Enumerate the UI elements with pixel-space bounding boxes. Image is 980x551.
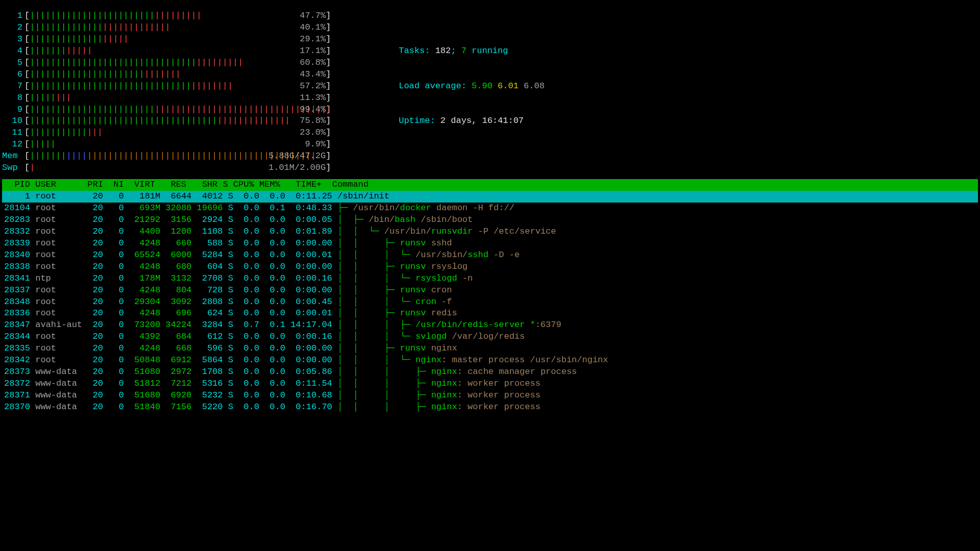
system-info: Tasks: 182; 7 running Load average: 5.90… bbox=[368, 10, 545, 139]
process-row[interactable]: 28340 root 20 0 65524 6000 5284 S 0.0 0.… bbox=[2, 249, 978, 261]
process-row[interactable]: 28338 root 20 0 4248 680 604 S 0.0 0.0 0… bbox=[2, 261, 978, 273]
process-row[interactable]: 28371 www-data 20 0 51680 6920 5232 S 0.… bbox=[2, 390, 978, 402]
meter-row: Swp[|1.01M/2.00G] bbox=[2, 162, 978, 174]
process-row[interactable]: 28342 root 20 0 50848 6912 5864 S 0.0 0.… bbox=[2, 355, 978, 366]
process-row[interactable]: 1 root 20 0 181M 6644 4012 S 0.0 0.0 0:1… bbox=[2, 191, 978, 203]
process-row[interactable]: 28335 root 20 0 4248 668 596 S 0.0 0.0 0… bbox=[2, 343, 978, 355]
process-row[interactable]: 28347 avahi-aut 20 0 73200 34224 3284 S … bbox=[2, 319, 978, 331]
uptime-line: Uptime: 2 days, 16:41:07 bbox=[368, 104, 545, 116]
process-row[interactable]: 28348 root 20 0 29304 3092 2808 S 0.0 0.… bbox=[2, 296, 978, 308]
process-row[interactable]: 28337 root 20 0 4248 804 728 S 0.0 0.0 0… bbox=[2, 285, 978, 296]
process-row[interactable]: 28341 ntp 20 0 178M 3132 2708 S 0.0 0.0 … bbox=[2, 273, 978, 285]
process-row[interactable]: 28332 root 20 0 4400 1200 1108 S 0.0 0.0… bbox=[2, 226, 978, 238]
meter-row: 12[|||||9.9%] bbox=[2, 139, 978, 151]
process-row[interactable]: 28344 root 20 0 4392 684 612 S 0.0 0.0 0… bbox=[2, 331, 978, 343]
process-row[interactable]: 28283 root 20 0 21292 3156 2924 S 0.0 0.… bbox=[2, 214, 978, 226]
process-row[interactable]: 28104 root 20 0 693M 32080 19696 S 0.0 0… bbox=[2, 203, 978, 214]
process-row[interactable]: 28339 root 20 0 4248 660 588 S 0.0 0.0 0… bbox=[2, 238, 978, 249]
process-row[interactable]: 28373 www-data 20 0 51080 2972 1708 S 0.… bbox=[2, 366, 978, 378]
process-row[interactable]: 28372 www-data 20 0 51812 7212 5316 S 0.… bbox=[2, 378, 978, 390]
tasks-line: Tasks: 182; 7 running bbox=[368, 34, 545, 45]
load-average-line: Load average: 5.90 6.01 6.08 bbox=[368, 69, 545, 81]
htop-screen[interactable]: 1[|||||||||||||||||||||||||||||||||47.7%… bbox=[0, 0, 980, 413]
process-header[interactable]: PID USER PRI NI VIRT RES SHR S CPU% MEM%… bbox=[2, 179, 978, 191]
process-list[interactable]: 1 root 20 0 181M 6644 4012 S 0.0 0.0 0:1… bbox=[2, 191, 978, 413]
meter-row: Mem[||||||||||||||||||||||||||||||||||||… bbox=[2, 151, 978, 162]
process-row[interactable]: 28336 root 20 0 4248 696 624 S 0.0 0.0 0… bbox=[2, 308, 978, 319]
process-row[interactable]: 28370 www-data 20 0 51840 7156 5220 S 0.… bbox=[2, 402, 978, 413]
